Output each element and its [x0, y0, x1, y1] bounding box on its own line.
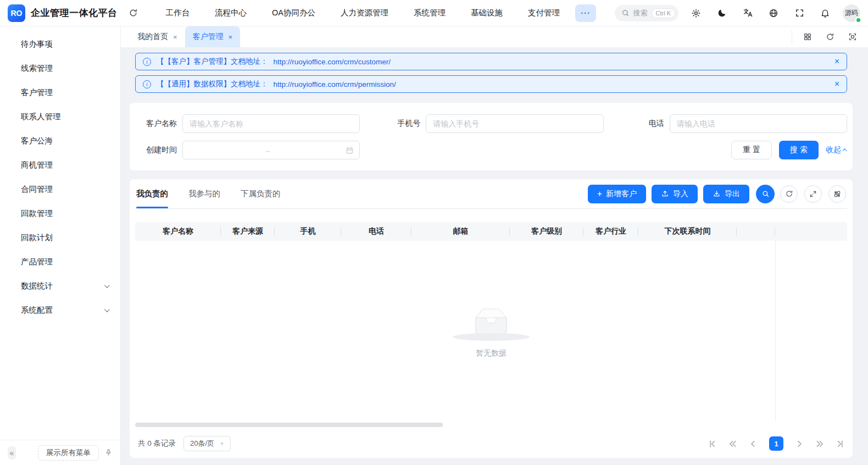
more-menu-button[interactable] — [575, 4, 596, 22]
tab-close-icon[interactable] — [229, 33, 233, 41]
search-button[interactable]: 搜 索 — [779, 141, 819, 159]
table-column-header: 下次联系时间 — [638, 226, 737, 236]
language-translate-icon[interactable] — [739, 5, 756, 21]
sidebar-menu-item[interactable]: 客户管理 — [0, 80, 120, 104]
nav-item[interactable]: 流程中心 — [215, 8, 247, 18]
tab-close-icon[interactable] — [173, 33, 177, 41]
caret-down-icon — [220, 441, 224, 446]
toggle-search-icon[interactable] — [756, 185, 775, 203]
sidebar-menu-item[interactable]: 待办事项 — [0, 32, 120, 56]
page-tab-label: 客户管理 — [193, 32, 224, 42]
sidebar-menu-item[interactable]: 客户公海 — [0, 129, 120, 153]
nav-item[interactable]: 基础设施 — [471, 8, 503, 18]
page-tabstrip: 我的首页 客户管理 — [121, 26, 868, 47]
doc-banner: 【【客户】客户管理】文档地址： http://ruoyioffice.com/c… — [135, 53, 847, 70]
add-customer-button[interactable]: 新增客户 — [588, 185, 646, 203]
collapse-form-link[interactable]: 收起 — [826, 145, 847, 155]
user-avatar[interactable]: 源码 — [843, 4, 860, 22]
create-time-range-input[interactable] — [182, 141, 360, 159]
banner-close-icon[interactable] — [834, 57, 839, 67]
prev-page-button[interactable] — [749, 440, 757, 448]
create-time-label: 创建时间 — [136, 145, 182, 155]
tab-layout-grid-icon[interactable] — [803, 32, 812, 41]
sidebar-menu-item[interactable]: 系统配置 — [0, 298, 120, 322]
sidebar-menu: 待办事项 线索管理 客户管理 联系人管理 — [0, 26, 120, 440]
pagination-row: 共 0 条记录 20条/页 1 — [135, 429, 847, 458]
table-column-header: 客户来源 — [221, 226, 275, 236]
page-size-select[interactable]: 20条/页 — [183, 436, 231, 451]
table-fullscreen-icon[interactable] — [804, 185, 822, 203]
create-time-field: 创建时间 — [136, 141, 360, 159]
mobile-input[interactable] — [426, 114, 603, 133]
sidebar-menu-item[interactable]: 回款管理 — [0, 201, 120, 225]
form-actions: 重 置 搜 索 收起 — [624, 141, 847, 159]
tab-fullscreen-exit-icon[interactable] — [848, 32, 857, 41]
nav-item[interactable]: OA协同办公 — [272, 8, 315, 18]
show-all-menu-button[interactable]: 展示所有菜单 — [38, 445, 99, 461]
banner-doc-link[interactable]: http://ruoyioffice.com/crm/permission/ — [274, 80, 396, 88]
search-shortcut-badge: Ctrl K — [652, 8, 676, 18]
customer-name-input[interactable] — [182, 114, 360, 133]
sidebar-menu-item[interactable]: 商机管理 — [0, 153, 120, 177]
sidebar-menu-item[interactable]: 合同管理 — [0, 177, 120, 201]
download-icon — [713, 190, 721, 198]
refresh-icon[interactable] — [125, 5, 142, 21]
scope-tab[interactable]: 我参与的 — [188, 179, 220, 208]
calendar-icon — [346, 146, 354, 154]
sidebar-item-label: 数据统计 — [21, 281, 53, 291]
doc-banners: 【【客户】客户管理】文档地址： http://ruoyioffice.com/c… — [130, 53, 853, 98]
sidebar-menu-item[interactable]: 线索管理 — [0, 56, 120, 80]
current-page-button[interactable]: 1 — [769, 436, 783, 451]
settings-gear-icon[interactable] — [688, 5, 704, 21]
sidebar-item-label: 回款管理 — [21, 208, 53, 219]
column-settings-icon[interactable] — [828, 185, 846, 203]
sidebar-menu-item[interactable]: 数据统计 — [0, 274, 120, 298]
sidebar-item-label: 待办事项 — [21, 39, 53, 49]
banner-close-icon[interactable] — [834, 79, 839, 89]
notification-bell-icon[interactable] — [817, 5, 833, 21]
table-refresh-icon[interactable] — [780, 185, 798, 203]
scope-tab[interactable]: 我负责的 — [136, 179, 168, 208]
date-range-arrow-icon — [188, 146, 346, 154]
first-page-button[interactable] — [708, 440, 716, 448]
back-five-pages-button[interactable] — [728, 440, 737, 448]
phone-input[interactable] — [670, 114, 847, 133]
reset-button[interactable]: 重 置 — [731, 141, 772, 159]
scope-tabs: 我负责的 我参与的 下属负责的 — [136, 179, 281, 208]
export-button[interactable]: 导出 — [703, 185, 749, 203]
collapse-sidebar-button[interactable] — [8, 446, 16, 460]
forward-five-pages-button[interactable] — [816, 440, 824, 448]
nav-item[interactable]: 系统管理 — [414, 8, 446, 18]
timezone-globe-icon[interactable] — [765, 5, 782, 21]
header-search[interactable]: 搜索 Ctrl K — [615, 5, 679, 21]
next-page-button[interactable] — [795, 440, 804, 448]
tab-refresh-icon[interactable] — [826, 32, 834, 41]
banner-doc-link[interactable]: http://ruoyioffice.com/crm/customer/ — [274, 58, 391, 66]
empty-state: 暂无数据 — [453, 305, 530, 358]
import-button[interactable]: 导入 — [652, 185, 698, 203]
pin-icon[interactable] — [104, 449, 113, 457]
chevron-down-icon — [104, 283, 110, 288]
scope-tab[interactable]: 下属负责的 — [241, 179, 281, 208]
sidebar-menu-item[interactable]: 产品管理 — [0, 250, 120, 274]
sidebar-menu-item[interactable]: 回款计划 — [0, 225, 120, 250]
sidebar-menu-item[interactable]: 联系人管理 — [0, 104, 120, 129]
sidebar-item-label: 合同管理 — [21, 184, 53, 195]
page-tabs: 我的首页 客户管理 — [130, 26, 240, 47]
fullscreen-icon[interactable] — [791, 5, 808, 21]
nav-item[interactable]: 工作台 — [166, 8, 190, 18]
add-customer-label: 新增客户 — [606, 189, 637, 199]
nav-item[interactable]: 人力资源管理 — [341, 8, 388, 18]
table-column-header: 邮箱 — [411, 226, 510, 236]
app-logo: RO 企业管理一体化平台 — [8, 4, 118, 22]
doc-banner: 【【通用】数据权限】文档地址： http://ruoyioffice.com/c… — [135, 75, 847, 93]
nav-item[interactable]: 支付管理 — [528, 8, 560, 18]
search-filter-card: 客户名称 手机号 电话 创建时间 — [130, 103, 853, 170]
app-title: 企业管理一体化平台 — [31, 7, 118, 19]
table-column-header: 电话 — [341, 226, 411, 236]
scrollbar-thumb[interactable] — [135, 423, 443, 427]
last-page-button[interactable] — [836, 440, 844, 448]
page-tab[interactable]: 客户管理 — [185, 26, 241, 47]
page-tab[interactable]: 我的首页 — [130, 26, 185, 47]
dark-mode-moon-icon[interactable] — [714, 5, 730, 21]
